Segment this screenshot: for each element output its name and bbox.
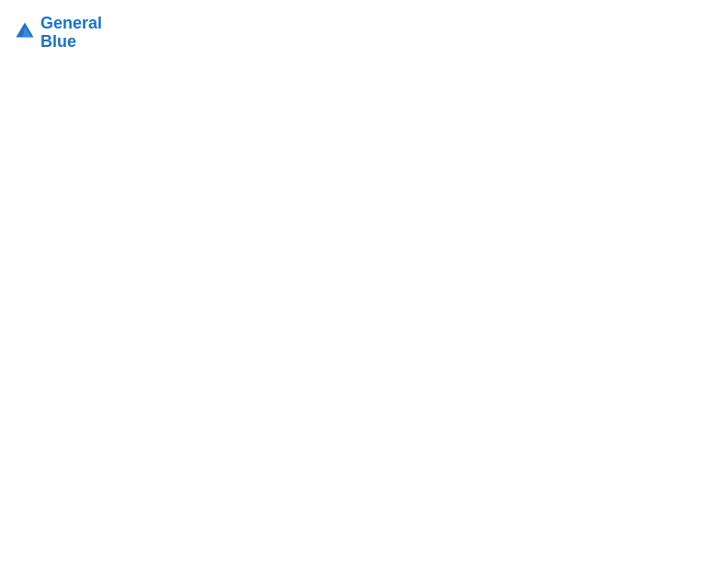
page-header: General Blue: [15, 15, 713, 52]
logo-icon: [15, 21, 35, 41]
logo: General Blue: [15, 15, 102, 52]
logo-general: General: [40, 14, 102, 32]
logo-blue: Blue: [40, 33, 102, 52]
